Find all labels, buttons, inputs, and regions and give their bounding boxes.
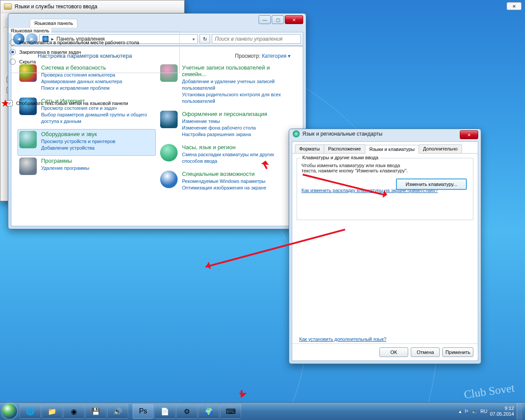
install-language-link[interactable]: Как установить дополнительный язык?: [299, 336, 386, 342]
category-name[interactable]: Оборудование и звук: [41, 131, 116, 137]
tray-sound-icon[interactable]: 🔈: [472, 409, 478, 414]
category-link[interactable]: Добавление устройства: [41, 145, 116, 151]
category-name[interactable]: Специальные возможности: [182, 171, 266, 177]
category-link[interactable]: Изменение темы: [182, 118, 267, 125]
tab[interactable]: Расположение: [324, 144, 365, 153]
close-button[interactable]: ✕: [460, 130, 478, 139]
category-item[interactable]: Часы, язык и регионСмена раскладки клави…: [158, 142, 297, 169]
annotation-arrow-icon: [383, 190, 392, 200]
category-link[interactable]: Просмотр устройств и принтеров: [41, 138, 116, 145]
taskbar-regional[interactable]: 🌍: [198, 404, 219, 419]
tab[interactable]: Языковая панель: [30, 19, 77, 28]
tab[interactable]: Языки и клавиатуры: [365, 145, 419, 154]
category-link[interactable]: Смена раскладки клавиатуры или других сп…: [182, 151, 295, 164]
ok-button[interactable]: OK: [379, 347, 408, 357]
category-icon: [160, 111, 178, 128]
tab[interactable]: Дополнительно: [419, 144, 462, 153]
view-mode-dropdown[interactable]: Категория ▾: [262, 53, 290, 59]
search-input[interactable]: Поиск в панели управления: [212, 34, 301, 44]
category-link[interactable]: Добавление и удаление учетных записей по…: [182, 78, 295, 91]
category-item[interactable]: Специальные возможностиРекомендуемые Win…: [158, 169, 297, 196]
checkbox-text-labels[interactable]: ★ Отображать текстовые метки на языковой…: [7, 100, 182, 106]
globe-icon: [293, 130, 300, 137]
category-name[interactable]: Учетные записи пользователей и семейн...: [182, 64, 295, 77]
taskbar-chrome[interactable]: ◉: [63, 404, 84, 419]
category-icon: [160, 171, 178, 188]
dialog-title: Языки и службы текстового ввода: [14, 4, 97, 10]
category-link[interactable]: Архивирование данных компьютера: [41, 78, 122, 85]
change-keyboard-button[interactable]: Изменить клавиатуру...: [396, 178, 467, 190]
refresh-button[interactable]: ↻: [200, 34, 210, 44]
taskbar-word[interactable]: 📄: [154, 404, 175, 419]
category-item[interactable]: ПрограммыУдаление программы: [18, 156, 156, 179]
category-icon: [160, 144, 178, 161]
star-marker-icon: ★: [1, 98, 9, 108]
category-link[interactable]: Удаление программы: [41, 165, 89, 172]
group-text: Чтобы изменить клавиатуру или язык ввода…: [301, 163, 415, 173]
tray-expand-icon[interactable]: ▴: [459, 409, 462, 414]
radio-hidden[interactable]: Скрыта: [10, 59, 175, 65]
regional-settings-dialog: Язык и региональные стандарты ✕ ФорматыР…: [289, 129, 481, 364]
tray-flag-icon[interactable]: 🏳: [464, 409, 469, 414]
category-link[interactable]: Изменение фона рабочего стола: [182, 125, 267, 131]
category-item[interactable]: Оформление и персонализацияИзменение тем…: [158, 109, 297, 142]
taskbar-volume[interactable]: 🔊: [107, 404, 128, 419]
group-title: Языковая панель: [9, 28, 51, 33]
category-link[interactable]: Рекомендуемые Windows параметры: [182, 178, 266, 185]
category-link[interactable]: Поиск и исправление проблем: [41, 85, 122, 91]
keyboard-icon: [4, 4, 12, 10]
dialog-title: Язык и региональные стандарты: [302, 131, 382, 137]
annotation-arrow-icon: [261, 156, 270, 165]
category-link[interactable]: Оптимизация изображения на экране: [182, 185, 266, 191]
taskbar-keyboard[interactable]: ⌨: [220, 404, 241, 419]
taskbar-ie[interactable]: 🌐: [20, 404, 41, 419]
taskbar: 🌐 📁 ◉ 💾 🔊 Ps 📄 ⚙ 🌍 ⌨ ▴ 🏳 🔈 RU 9:1207.05.…: [0, 402, 525, 420]
taskbar-explorer[interactable]: 📁: [42, 404, 63, 419]
radio-float[interactable]: Располагается в произвольном месте рабоч…: [10, 39, 175, 46]
category-link[interactable]: Выбор параметров домашней группы и общег…: [41, 112, 154, 125]
radio-docked[interactable]: Закреплена в панели задач: [10, 49, 175, 55]
tab[interactable]: Форматы: [295, 144, 324, 153]
category-link[interactable]: Настройка разрешения экрана: [182, 131, 267, 138]
category-item[interactable]: Оборудование и звукПросмотр устройств и …: [18, 129, 156, 156]
annotation-arrow-icon: [239, 393, 247, 401]
close-button[interactable]: ✕: [285, 15, 303, 24]
taskbar-control-panel[interactable]: ⚙: [176, 404, 197, 419]
close-button[interactable]: ✕: [507, 2, 522, 10]
clock[interactable]: 9:1207.05.2014: [490, 406, 514, 417]
group-title: Клавиатуры и другие языки ввода: [301, 155, 380, 160]
minimize-button[interactable]: —: [259, 15, 271, 24]
category-name[interactable]: Часы, язык и регион: [182, 144, 295, 150]
category-icon: [19, 131, 37, 148]
category-name[interactable]: Оформление и персонализация: [182, 111, 267, 117]
taskbar-photoshop[interactable]: Ps: [133, 404, 154, 419]
category-link[interactable]: Установка родительского контроля для все…: [182, 91, 295, 105]
maximize-button[interactable]: ▢: [272, 15, 284, 24]
apply-button[interactable]: Применить: [442, 347, 473, 357]
category-name[interactable]: Программы: [41, 158, 89, 164]
show-desktop-button[interactable]: [517, 403, 522, 420]
watermark-logo: Club Sovet: [463, 382, 515, 402]
cancel-button[interactable]: Отмена: [411, 347, 440, 357]
language-indicator[interactable]: RU: [480, 409, 487, 414]
start-button[interactable]: [0, 402, 19, 420]
taskbar-save[interactable]: 💾: [85, 404, 106, 419]
category-icon: [19, 158, 37, 175]
